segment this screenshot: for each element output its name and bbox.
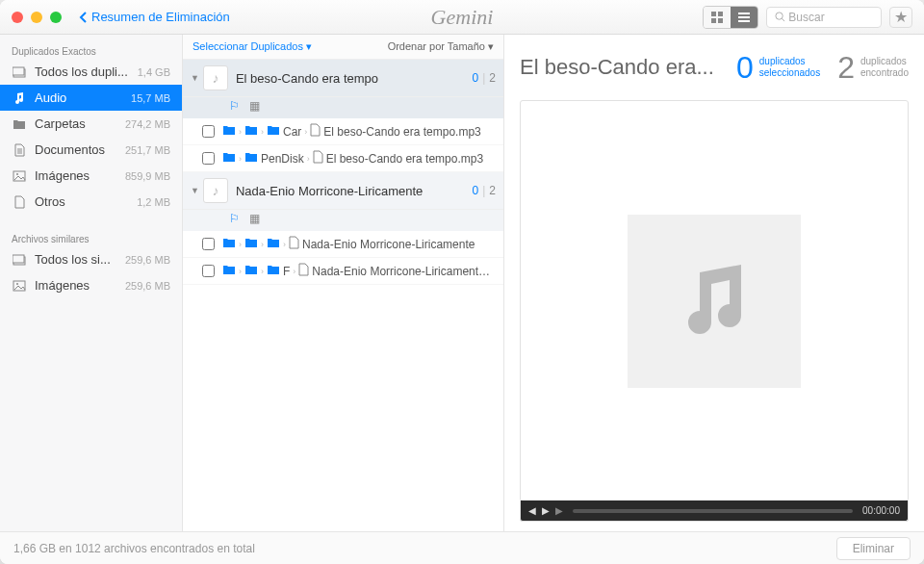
grid-view-button[interactable] [704,7,731,28]
group-row[interactable]: ▼♪El beso-Cando era tempo0|2 [183,60,503,97]
found-count-number: 2 [837,50,855,86]
file-checkbox[interactable] [202,238,215,250]
sidebar-item-image[interactable]: Imágenes259,6 MB [0,272,182,298]
svg-point-19 [16,283,18,285]
chevron-right-icon: › [304,127,307,137]
svg-point-15 [16,173,18,175]
sidebar-item-music[interactable]: Audio15,7 MB [0,85,182,111]
chevron-right-icon: › [307,154,310,164]
svg-rect-6 [738,20,750,22]
file-name: El beso-Cando era tempo.mp3 [323,125,480,139]
select-duplicates-menu[interactable]: Seleccionar Duplicados ▾ [192,40,312,53]
app-window: Resumen de Eliminación Gemini Buscar ★ [0,0,924,564]
close-window-button[interactable] [12,12,23,23]
next-track-button[interactable]: ▶ [555,505,563,516]
grid-tiny-icon[interactable]: ▦ [249,99,260,113]
grid-tiny-icon[interactable]: ▦ [249,212,260,225]
sidebar-item-size: 259,6 MB [125,254,170,266]
play-button[interactable]: ▶ [542,505,550,516]
search-placeholder: Buscar [788,11,824,24]
sidebar: Duplicados Exactos Todos los dupli...1,4… [0,35,183,531]
sidebar-item-doc[interactable]: Documentos251,7 MB [0,137,182,163]
detail-panel: El beso-Cando era... 0 duplicadosselecci… [504,35,924,531]
sort-menu[interactable]: Ordenar por Tamaño ▾ [388,40,494,53]
audio-player[interactable]: ◀ ▶ ▶ 00:00:00 [520,500,909,522]
sidebar-item-size: 251,7 MB [125,144,170,156]
svg-rect-0 [711,12,716,16]
disclosure-triangle-icon[interactable]: ▼ [191,186,199,195]
view-toggle [703,6,758,29]
sidebar-item-page[interactable]: Otros1,2 MB [0,189,182,215]
window-controls [12,12,62,23]
svg-rect-10 [13,67,24,75]
back-label: Resumen de Eliminación [91,10,230,24]
app-title: Gemini [431,5,494,30]
image-icon [12,280,27,292]
image-icon [12,170,27,182]
seek-bar[interactable] [573,509,853,513]
page-icon [12,195,27,209]
file-checkbox[interactable] [202,125,215,138]
group-row[interactable]: ▼♪Nada-Enio Morricone-Liricamente0|2 [183,172,503,210]
minimize-window-button[interactable] [31,12,42,23]
tag-icon[interactable]: ⚐ [229,212,240,225]
file-row[interactable]: ››Car›El beso-Cando era tempo.mp3 [183,118,503,145]
file-row[interactable]: ›››Nada-Enio Morricone-Liricamente [183,231,503,258]
stack-icon [12,66,27,78]
preview-area [520,100,909,501]
svg-rect-4 [738,13,750,14]
duplicate-list-panel: Seleccionar Duplicados ▾ Ordenar por Tam… [183,35,504,531]
search-input[interactable]: Buscar [766,7,882,28]
sidebar-item-size: 1,2 MB [137,196,170,208]
file-name: El beso-Cando era tempo.mp3 [326,152,483,166]
list-icon [738,13,750,22]
folder-icon [267,124,280,139]
chevron-right-icon: › [239,240,242,249]
chevron-right-icon: › [239,127,242,137]
group-count: 0|2 [473,71,497,85]
svg-rect-2 [711,18,716,23]
titlebar: Resumen de Eliminación Gemini Buscar ★ [0,0,924,35]
svg-rect-3 [718,18,723,23]
file-path-breadcrumb: ›››Nada-Enio Morricone-Liricamente [222,236,475,252]
folder-icon [267,264,280,278]
music-placeholder-icon [628,215,801,388]
sidebar-item-label: Otros [35,194,137,209]
maximize-window-button[interactable] [50,12,62,23]
sidebar-item-stack[interactable]: Todos los si...259,6 MB [0,246,182,272]
list-view-button[interactable] [731,7,757,28]
prev-track-button[interactable]: ◀ [528,505,536,516]
disclosure-triangle-icon[interactable]: ▼ [191,73,199,83]
file-name: Nada-Enio Morricone-Liricamente [302,238,475,251]
folder-icon [222,151,236,166]
folder-icon [222,237,236,251]
file-checkbox[interactable] [202,265,215,277]
folder-icon [12,118,27,130]
sidebar-item-label: Todos los si... [35,252,125,267]
favorites-button[interactable]: ★ [889,7,912,28]
file-path-breadcrumb: ››Car›El beso-Cando era tempo.mp3 [222,123,481,140]
file-icon [289,236,299,252]
sidebar-item-image[interactable]: Imágenes859,9 MB [0,163,182,189]
folder-icon [244,237,258,251]
player-time: 00:00:00 [862,505,900,516]
back-button[interactable]: Resumen de Eliminación [79,10,230,24]
folder-icon [222,124,236,139]
group-action-icons: ⚐▦ [183,97,503,118]
file-row[interactable]: ›PenDisk›El beso-Cando era tempo.mp3 [183,145,503,172]
sidebar-item-label: Todos los dupli... [35,64,138,79]
chevron-right-icon: › [239,267,242,276]
selected-count-number: 0 [736,50,754,86]
tag-icon[interactable]: ⚐ [229,99,240,113]
remove-button[interactable]: Eliminar [836,537,911,560]
folder-icon [244,124,258,139]
file-checkbox[interactable] [202,152,215,165]
sidebar-item-stack[interactable]: Todos los dupli...1,4 GB [0,59,182,85]
sidebar-item-size: 1,4 GB [138,66,170,78]
svg-rect-5 [738,16,750,18]
file-row[interactable]: ››F›Nada-Enio Morricone-Liricamente.mp3 [183,258,503,285]
sidebar-item-label: Documentos [35,142,125,157]
sidebar-item-folder[interactable]: Carpetas274,2 MB [0,111,182,137]
search-icon [775,12,785,22]
sidebar-item-size: 274,2 MB [125,118,170,130]
